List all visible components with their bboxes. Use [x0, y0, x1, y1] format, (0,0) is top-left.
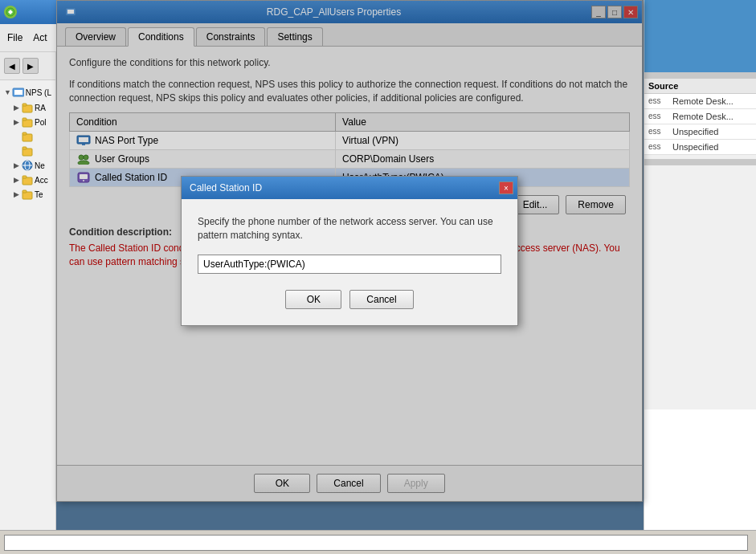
forward-button[interactable]: ▶ — [22, 58, 39, 74]
source-col-header: Source — [648, 81, 678, 91]
folder-icon-4 — [22, 145, 33, 157]
bg-row-1: ess Remote Desk... — [644, 94, 756, 109]
modal-title: Called Station ID — [190, 182, 262, 193]
bg-separator-2 — [644, 159, 756, 165]
background-right-panel: Source ess Remote Desk... ess Remote Des… — [644, 0, 756, 554]
te-label[interactable]: Te — [35, 190, 43, 199]
nps-label[interactable]: NPS (L — [26, 88, 51, 97]
bg-row-2-col1: ess — [648, 112, 672, 121]
ra-label[interactable]: RA — [35, 104, 46, 112]
bg-row-3-col1: ess — [648, 127, 672, 136]
modal-buttons: OK Cancel — [198, 290, 501, 309]
bg-row-3: ess Unspecified — [644, 124, 756, 140]
sidebar-toolbar: ◀ ▶ — [0, 52, 55, 80]
bg-table: Source ess Remote Desk... ess Remote Des… — [644, 79, 756, 155]
menu-file[interactable]: File — [4, 31, 26, 45]
called-station-dialog: Called Station ID × Specify the phone nu… — [181, 176, 518, 326]
modal-cancel-button[interactable]: Cancel — [349, 290, 413, 309]
bg-row-2-col2: Remote Desk... — [672, 112, 752, 121]
status-bar — [0, 530, 756, 554]
network-icon — [22, 160, 33, 171]
bg-row-1-col1: ess — [648, 96, 672, 106]
menu-action[interactable]: Act — [30, 31, 50, 45]
nps-icon — [12, 86, 24, 99]
svg-rect-2 — [14, 90, 22, 95]
bg-row-4: ess Unspecified — [644, 140, 756, 155]
tree-item-nps[interactable]: ▼ NPS (L — [4, 84, 51, 100]
tree-item-acc[interactable]: ▶ Acc — [4, 173, 51, 187]
svg-rect-4 — [22, 104, 27, 106]
bg-panel-header — [644, 0, 756, 72]
back-button[interactable]: ◀ — [4, 58, 20, 74]
bg-row-4-col2: Unspecified — [672, 142, 752, 152]
tree-item-pol[interactable]: ▶ Pol — [4, 115, 51, 129]
bg-bottom-white — [644, 409, 756, 530]
modal-ok-button[interactable]: OK — [285, 290, 341, 309]
folder-icon-1 — [22, 102, 33, 113]
svg-rect-6 — [22, 118, 27, 120]
app-titlebar — [0, 0, 56, 24]
svg-rect-15 — [22, 176, 27, 178]
bg-row-2: ess Remote Desk... — [644, 109, 756, 124]
main-dialog: RDG_CAP_AllUsers Properties _ □ ✕ Overvi… — [56, 0, 643, 502]
app-icon — [4, 6, 17, 18]
app-menubar: File Act — [0, 24, 56, 52]
tree-item-sub2[interactable] — [4, 144, 51, 158]
bg-row-3-col2: Unspecified — [672, 127, 752, 136]
bg-row-4-col1: ess — [648, 142, 672, 152]
tree-item-ra[interactable]: ▶ RA — [4, 100, 51, 115]
acc-label[interactable]: Acc — [35, 176, 48, 185]
tree-item-sub1[interactable] — [4, 129, 51, 144]
bg-separator — [644, 72, 756, 79]
pol-label[interactable]: Pol — [35, 118, 46, 127]
folder-icon-5 — [22, 174, 33, 185]
modal-description: Specify the phone number of the network … — [198, 215, 501, 242]
bg-row-1-col2: Remote Desk... — [672, 96, 752, 106]
tree-item-te[interactable]: ▶ Te — [4, 187, 51, 202]
modal-content: Specify the phone number of the network … — [182, 199, 517, 325]
station-id-input[interactable] — [198, 255, 501, 274]
modal-overlay: Called Station ID × Specify the phone nu… — [57, 1, 642, 501]
folder-icon-2 — [22, 116, 33, 128]
expand-nps[interactable]: ▼ — [4, 88, 12, 96]
folder-icon-3 — [22, 131, 33, 142]
tree-item-ne[interactable]: ▶ Ne — [4, 158, 51, 173]
svg-rect-17 — [22, 190, 27, 193]
bg-table-header: Source — [644, 79, 756, 94]
svg-rect-8 — [22, 132, 27, 135]
svg-rect-10 — [22, 147, 27, 149]
modal-titlebar-buttons: × — [499, 181, 513, 194]
status-panel — [4, 535, 748, 551]
folder-icon-6 — [22, 189, 33, 200]
modal-titlebar: Called Station ID × — [182, 177, 517, 199]
ne-label[interactable]: Ne — [35, 161, 45, 170]
sidebar-tree: ▼ NPS (L ▶ RA ▶ Pol — [0, 80, 55, 206]
left-sidebar: ◀ ▶ ▼ NPS (L ▶ RA ▶ Pol — [0, 52, 56, 554]
modal-close-button[interactable]: × — [499, 181, 513, 194]
